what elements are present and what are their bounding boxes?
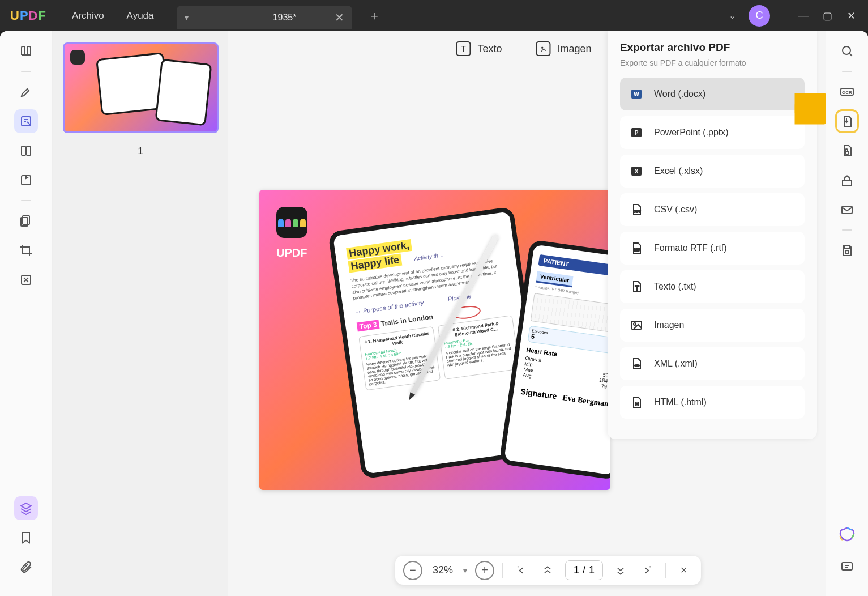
zoom-dropdown-icon[interactable]: ▾ [463,566,467,575]
export-option-rtf[interactable]: RTF Formato RTF (.rtf) [620,232,805,265]
export-option-image[interactable]: Imagen [620,309,805,342]
bookmark-button[interactable] [14,526,38,550]
text-icon: T [456,41,471,56]
window-maximize-button[interactable]: ▢ [822,10,833,22]
html-file-icon: H [629,395,644,410]
svg-text:T: T [635,284,639,291]
signature-label: Signature Eva Bergman [520,387,610,410]
export-option-html[interactable]: H HTML (.html) [620,386,805,419]
left-rail [0,31,53,596]
page-current: 1 [574,564,579,576]
dropdown-icon[interactable]: ⌄ [729,10,736,21]
export-title: Exportar archivo PDF [620,41,805,54]
user-avatar[interactable]: C [749,5,770,27]
export-option-powerpoint[interactable]: P PowerPoint (.pptx) [620,116,805,149]
export-option-excel[interactable]: X Excel (.xlsx) [620,155,805,188]
image-tool[interactable]: Imagen [536,41,591,56]
menu-help[interactable]: Ayuda [127,10,154,22]
text-tool[interactable]: T Texto [456,41,502,56]
thumbnail-panel: 1 [53,31,228,596]
window-minimize-button[interactable]: — [798,10,809,22]
svg-rect-24 [845,151,849,154]
rail-divider [842,229,852,231]
svg-point-18 [634,323,636,325]
svg-rect-2 [27,146,31,155]
svg-text:X: X [635,168,639,174]
redact-button[interactable] [14,268,38,292]
svg-text:W: W [634,91,639,97]
page-thumbnail[interactable] [63,42,219,133]
svg-rect-25 [842,206,852,214]
save-button[interactable] [835,239,859,262]
crop-button[interactable] [14,239,38,262]
form-button[interactable] [14,139,38,163]
export-option-text[interactable]: T Texto (.txt) [620,270,805,303]
export-option-label: PowerPoint (.pptx) [654,127,729,138]
document-tab[interactable]: ▾ 1935* ✕ [177,6,352,29]
titlebar: UPDF Archivo Ayuda ▾ 1935* ✕ ＋ ⌄ C — ▢ ✕ [0,0,868,31]
app-body: 1 T Texto Imagen UPDF [0,31,868,596]
last-page-button[interactable] [638,561,657,580]
first-page-button[interactable] [511,561,530,580]
tab-chevron-icon: ▾ [185,13,189,22]
next-page-button[interactable] [611,561,630,580]
export-option-csv[interactable]: CSV CSV (.csv) [620,193,805,226]
csv-file-icon: CSV [629,202,644,217]
share-button[interactable] [835,168,859,192]
search-button[interactable] [835,39,859,63]
app-logo: UPDF [10,8,46,23]
svg-text:P: P [635,130,639,136]
titlebar-separator [59,8,59,24]
edit-button[interactable] [14,109,38,133]
right-rail: OCR [826,31,868,596]
export-option-word[interactable]: W Word (.docx) [620,78,805,110]
image-file-icon [629,318,644,333]
svg-text:</>: </> [635,364,640,367]
comments-button[interactable] [835,555,859,579]
email-button[interactable] [835,198,859,222]
image-tool-label: Imagen [557,43,591,55]
protect-button[interactable] [835,139,859,163]
window-close-button[interactable]: ✕ [845,10,857,22]
page-number-field[interactable]: 1 / 1 [565,560,603,580]
svg-point-7 [542,47,543,48]
rail-divider [842,71,852,72]
add-tab-button[interactable]: ＋ [368,7,380,24]
rail-divider [21,71,31,72]
zoom-in-button[interactable]: + [475,561,494,580]
layers-button[interactable] [14,496,38,520]
page-total: 1 [589,564,595,576]
export-subtitle: Exporte su PDF a cualquier formato [620,58,805,67]
organize-pages-button[interactable] [14,209,38,233]
ai-assistant-button[interactable] [838,526,856,544]
highlighter-button[interactable] [14,80,38,104]
powerpoint-file-icon: P [629,125,644,140]
heart-rate-block: Heart Rate Overall Min50 bpm Max154 bpm … [523,346,610,391]
tab-close-button[interactable]: ✕ [335,11,344,24]
svg-text:OCR: OCR [842,90,852,95]
svg-rect-17 [631,321,642,329]
prev-page-button[interactable] [538,561,557,580]
ocr-button[interactable]: OCR [835,80,859,104]
export-option-label: Imagen [654,320,684,330]
menu-file[interactable]: Archivo [72,10,104,22]
export-option-label: CSV (.csv) [654,205,697,215]
export-button[interactable] [835,109,859,133]
svg-rect-27 [842,563,852,570]
titlebar-separator [784,8,784,24]
close-toolbar-button[interactable]: ✕ [674,561,693,580]
attachment-button[interactable] [14,555,38,579]
text-file-icon: T [629,279,644,294]
toolbar-separator [665,563,666,578]
thumb-device-mock [155,59,212,126]
hand-note-right: Activity th… [414,252,444,262]
toolbar-separator [502,563,503,578]
pdf-page[interactable]: UPDF Happy work, Happy life Activity th…… [259,190,610,490]
zoom-out-button[interactable]: − [403,561,422,580]
sign-button[interactable] [14,168,38,192]
document-viewport: T Texto Imagen UPDF Happy work, Happy [228,31,868,596]
page-separator: / [583,564,585,576]
image-icon [536,41,550,56]
reader-mode-button[interactable] [14,39,38,63]
export-option-xml[interactable]: </> XML (.xml) [620,347,805,380]
